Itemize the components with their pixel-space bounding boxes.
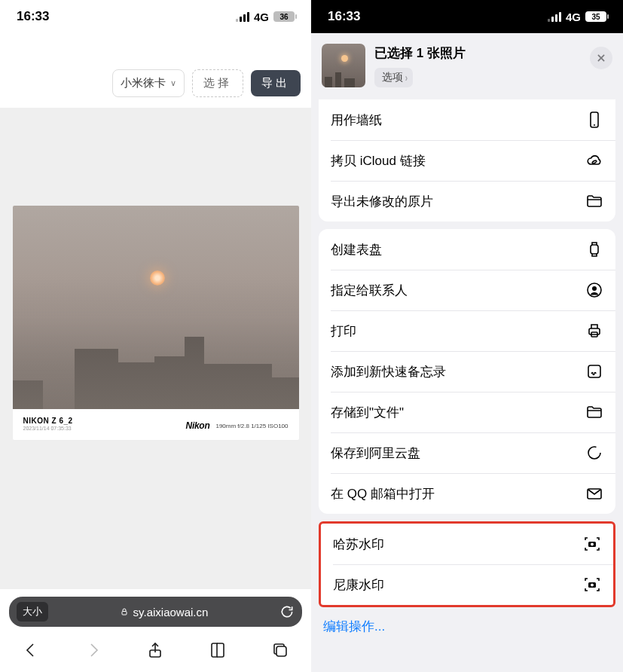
svg-rect-14: [588, 365, 600, 377]
highlighted-actions: 哈苏水印 尼康水印: [319, 521, 615, 607]
browser-bottom-nav: [0, 630, 311, 672]
thumbnail[interactable]: [322, 44, 365, 87]
status-time: 16:33: [17, 9, 49, 24]
battery-icon: 36: [273, 11, 295, 22]
chevron-down-icon: ∨: [170, 78, 176, 88]
svg-rect-2: [276, 646, 286, 656]
capture-date: 2023/11/14 07:35:33: [23, 426, 73, 431]
action-create-watchface[interactable]: 创建表盘: [319, 229, 615, 270]
lock-icon: [120, 607, 129, 616]
blank-spacer: [0, 33, 311, 69]
share-sheet-body[interactable]: 用作墙纸 拷贝 iCloud 链接 导出未修改的原片 创建表盘 指定给联系人: [311, 99, 623, 646]
right-phone: 16:33 4G 35 已选择 1 张照片 选项 › 用作墙纸: [311, 0, 623, 672]
printer-icon: [585, 322, 603, 340]
status-bar-right: 16:33 4G 35: [311, 0, 623, 33]
battery-icon: 35: [585, 11, 606, 22]
camera-model: NIKON Z 6_2: [23, 417, 73, 425]
action-assign-contact[interactable]: 指定给联系人: [319, 270, 615, 310]
action-print[interactable]: 打印: [319, 310, 615, 351]
action-save-aliyun[interactable]: 保存到阿里云盘: [319, 432, 615, 473]
address-bar[interactable]: 大小 sy.aixiaowai.cn: [9, 597, 302, 627]
folder-icon: [585, 192, 603, 210]
share-button[interactable]: [146, 641, 164, 661]
action-save-to-files[interactable]: 存储到"文件": [319, 392, 615, 432]
select-button[interactable]: 选择: [192, 69, 243, 97]
signal-icon: [236, 12, 249, 22]
reload-icon[interactable]: [279, 604, 295, 619]
signal-label: 4G: [254, 11, 269, 23]
bookmarks-button[interactable]: [209, 641, 227, 661]
status-time: 16:33: [328, 9, 360, 24]
exif-label: 190mm f/2.8 1/125 ISO100: [215, 423, 288, 429]
action-copy-icloud-link[interactable]: 拷贝 iCloud 链接: [319, 140, 615, 181]
signal-icon: [548, 12, 561, 22]
circle-arrow-icon: [585, 444, 603, 462]
url-text: sy.aixiaowai.cn: [133, 606, 209, 619]
contact-icon: [585, 281, 603, 299]
svg-point-11: [592, 286, 597, 291]
camera-frame-icon: [583, 535, 601, 553]
note-icon: [585, 362, 603, 380]
tabs-button[interactable]: [271, 641, 289, 661]
top-toolbar: 小米徕卡 ∨ 选择 导出: [0, 69, 311, 108]
status-right: 4G 35: [548, 11, 606, 23]
watermark-footer: NIKON Z 6_2 2023/11/14 07:35:33 Nikon 19…: [13, 409, 299, 440]
export-button[interactable]: 导出: [251, 70, 301, 96]
svg-point-19: [591, 543, 594, 546]
forward-button[interactable]: [84, 641, 102, 661]
action-use-as-wallpaper[interactable]: 用作墙纸: [319, 99, 615, 140]
sheet-title: 已选择 1 张照片: [374, 44, 466, 62]
signal-label: 4G: [566, 11, 581, 23]
folder-icon: [585, 403, 603, 421]
status-bar-left: 16:33 4G 36: [0, 0, 311, 33]
svg-rect-0: [122, 612, 127, 615]
dropdown-label: 小米徕卡: [121, 76, 166, 90]
mail-icon: [585, 484, 603, 502]
watch-icon: [585, 240, 603, 258]
camera-frame-icon: [583, 576, 601, 594]
photo-card: NIKON Z 6_2 2023/11/14 07:35:33 Nikon 19…: [13, 206, 299, 440]
action-hasselblad-watermark[interactable]: 哈苏水印: [321, 524, 613, 564]
chevron-right-icon: ›: [405, 72, 408, 84]
photo-preview: [13, 206, 299, 409]
back-button[interactable]: [22, 641, 40, 661]
action-open-qqmail[interactable]: 在 QQ 邮箱中打开: [319, 473, 615, 514]
close-button[interactable]: [590, 47, 612, 69]
url-display[interactable]: sy.aixiaowai.cn: [57, 606, 270, 619]
status-right: 4G 36: [236, 11, 295, 23]
action-nikon-watermark[interactable]: 尼康水印: [321, 564, 613, 605]
style-dropdown[interactable]: 小米徕卡 ∨: [112, 69, 185, 97]
action-group-1: 用作墙纸 拷贝 iCloud 链接 导出未修改的原片: [319, 99, 615, 221]
cloud-link-icon: [585, 151, 603, 170]
preview-canvas: NIKON Z 6_2 2023/11/14 07:35:33 Nikon 19…: [0, 108, 311, 589]
options-button[interactable]: 选项 ›: [374, 68, 413, 87]
share-sheet-header: 已选择 1 张照片 选项 ›: [311, 33, 623, 99]
address-bar-wrap: 大小 sy.aixiaowai.cn: [0, 589, 311, 630]
svg-point-7: [592, 160, 597, 163]
action-group-2: 创建表盘 指定给联系人 打印 添加到新快速备忘录 存储到"文件" 保存到阿里云盘: [319, 229, 615, 514]
left-phone: 16:33 4G 36 小米徕卡 ∨ 选择 导出 NIKON: [0, 0, 311, 672]
edit-actions-link[interactable]: 编辑操作...: [319, 607, 615, 638]
svg-point-21: [591, 584, 594, 587]
action-add-quicknote[interactable]: 添加到新快速备忘录: [319, 351, 615, 392]
brand-label: Nikon: [186, 420, 210, 431]
svg-rect-9: [591, 245, 598, 254]
text-size-pill[interactable]: 大小: [17, 602, 48, 622]
svg-rect-12: [589, 328, 600, 334]
phone-icon: [585, 111, 603, 129]
action-export-original[interactable]: 导出未修改的原片: [319, 181, 615, 221]
svg-point-16: [588, 447, 600, 459]
